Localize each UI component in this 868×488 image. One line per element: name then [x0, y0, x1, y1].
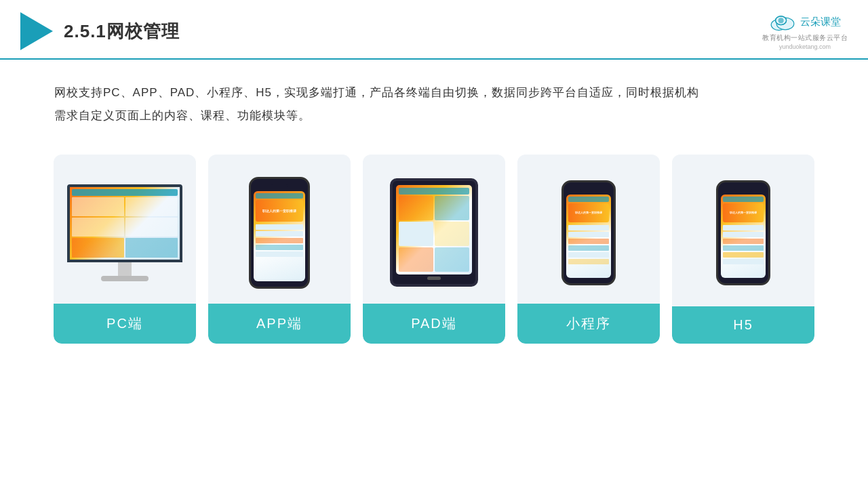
card-pad-label: PAD端 [363, 304, 505, 344]
phone-mockup-mini: 职达人的第一堂职推课 [561, 180, 616, 285]
phone-mockup-app: 职达人的第一堂职推课 [249, 177, 310, 289]
card-h5-label: H5 [672, 306, 814, 344]
description-line1: 网校支持PC、APP、PAD、小程序、H5，实现多端打通，产品各终端自由切换，数… [54, 81, 814, 104]
monitor-mockup [67, 184, 182, 281]
phone-mockup-h5: 职达人的第一堂职推课 [716, 180, 770, 285]
brand-logo: 云朵课堂 [769, 13, 841, 32]
card-pad-image [363, 155, 505, 304]
card-app-label: APP端 [208, 304, 351, 344]
tablet-home-button [427, 277, 441, 280]
platform-cards: PC端 职达人的第一堂职推课 [0, 141, 868, 357]
logo-triangle-icon [20, 12, 53, 50]
header-left: 2.5.1网校管理 [20, 12, 180, 50]
description-block: 网校支持PC、APP、PAD、小程序、H5，实现多端打通，产品各终端自由切换，数… [0, 60, 868, 141]
card-h5: 职达人的第一堂职推课 H5 [672, 155, 814, 344]
h5-phone-notch [734, 188, 752, 192]
mini-phone-notch [580, 188, 597, 192]
monitor-base [101, 276, 149, 281]
brand-name: 云朵课堂 [800, 16, 841, 28]
card-app-image: 职达人的第一堂职推课 [208, 155, 351, 304]
monitor-neck [118, 262, 132, 276]
mini-phone-body: 职达人的第一堂职推课 [561, 180, 616, 285]
phone-notch [271, 184, 288, 188]
card-pc-image [54, 155, 196, 304]
card-miniprogram-label: 小程序 [517, 304, 660, 344]
header: 2.5.1网校管理 云朵课堂 教育机构一站式服务云平台 yunduoketang… [0, 0, 868, 60]
h5-phone-body: 职达人的第一堂职推课 [716, 180, 770, 285]
phone-screen: 职达人的第一堂职推课 [254, 191, 305, 281]
card-pc: PC端 [54, 155, 196, 344]
tablet-mockup [390, 178, 478, 287]
page-title: 2.5.1网校管理 [64, 20, 180, 43]
monitor-screen [67, 184, 182, 262]
card-miniprogram-image: 职达人的第一堂职推课 [517, 155, 660, 304]
tablet-body [390, 178, 478, 287]
description-line2: 需求自定义页面上的内容、课程、功能模块等。 [54, 104, 814, 127]
card-pad: PAD端 [363, 155, 505, 344]
brand-subtitle: 教育机构一站式服务云平台 [762, 33, 848, 43]
brand-url: yunduoketang.com [779, 43, 831, 50]
card-h5-image: 职达人的第一堂职推课 [672, 155, 814, 304]
h5-phone-screen: 职达人的第一堂职推课 [721, 195, 766, 278]
cloud-icon [769, 13, 796, 32]
card-miniprogram: 职达人的第一堂职推课 小程序 [517, 155, 660, 344]
svg-point-3 [778, 18, 784, 23]
card-pc-label: PC端 [54, 304, 196, 344]
mini-phone-screen: 职达人的第一堂职推课 [566, 195, 611, 278]
phone-body: 职达人的第一堂职推课 [249, 177, 310, 289]
monitor-screen-inner [70, 187, 180, 260]
card-app: 职达人的第一堂职推课 APP端 [208, 155, 351, 344]
tablet-screen [396, 185, 472, 274]
brand-area: 云朵课堂 教育机构一站式服务云平台 yunduoketang.com [762, 13, 848, 50]
